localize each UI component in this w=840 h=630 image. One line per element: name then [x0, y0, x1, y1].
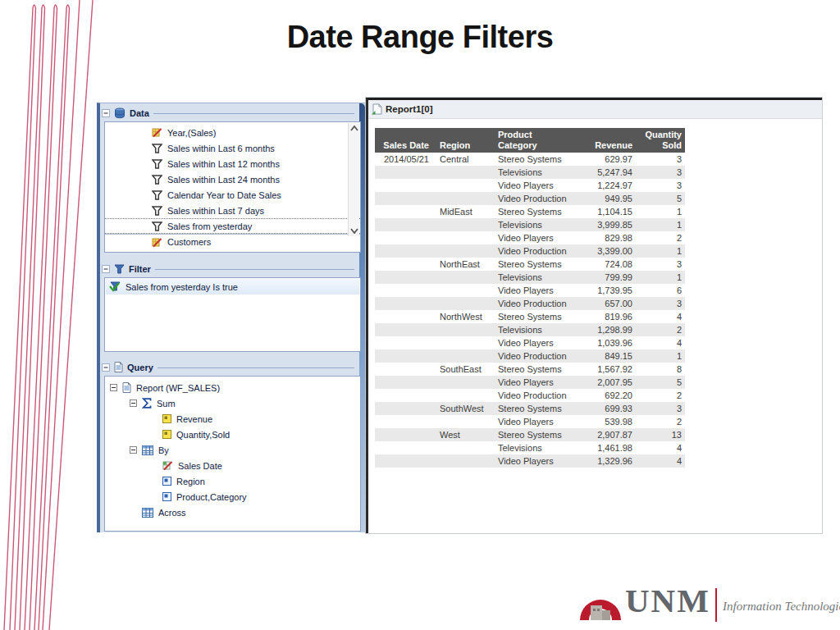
- table-cell: [432, 244, 493, 258]
- table-cell: [432, 415, 493, 428]
- scroll-up-icon[interactable]: [350, 126, 358, 131]
- query-tree-item[interactable]: Across: [105, 504, 360, 520]
- table-cell: [375, 205, 432, 218]
- table-cell: Video Production: [493, 192, 585, 205]
- table-cell: [375, 284, 432, 297]
- query-tree-item[interactable]: Product,Category: [105, 489, 360, 504]
- dimension-gold-icon: [152, 127, 162, 138]
- table-cell: 5,247.94: [585, 166, 636, 179]
- table-cell: [375, 323, 432, 336]
- calendar-pencil-icon: [162, 460, 173, 471]
- table-cell: [375, 179, 432, 192]
- report-icon: [114, 362, 123, 372]
- table-cell: MidEast: [432, 205, 493, 218]
- funnel-check-icon: [109, 281, 121, 292]
- measure-icon: [162, 414, 171, 423]
- table-row: Video Players2,007.955: [375, 376, 685, 389]
- data-field-item[interactable]: Sales within Last 12 months: [105, 156, 360, 171]
- scrollbar[interactable]: [348, 123, 359, 236]
- expander-minus-icon[interactable]: [130, 399, 137, 407]
- table-cell: [375, 218, 432, 231]
- table-cell: 1: [636, 244, 685, 258]
- table-row: NorthEastStereo Systems724.083: [375, 258, 685, 271]
- table-cell: 1: [636, 205, 685, 218]
- funnel-icon: [152, 190, 162, 200]
- table-row: Televisions3,999.851: [375, 218, 685, 231]
- sigma-icon: [142, 398, 152, 409]
- table-row: Video Players1,739.956: [375, 284, 685, 297]
- filter-condition-item[interactable]: Sales from yesterday Is true: [106, 279, 359, 294]
- table-cell: [432, 297, 493, 310]
- report-tab[interactable]: Report1[0]: [386, 104, 433, 114]
- query-tree-item[interactable]: Quantity,Sold: [105, 427, 360, 442]
- data-field-item[interactable]: Sales within Last 24 months: [105, 171, 360, 187]
- table-cell: [432, 218, 493, 231]
- table-row: Televisions5,247.943: [375, 166, 685, 179]
- table-cell: Stereo Systems: [493, 258, 585, 271]
- filter-section-label: Filter: [129, 264, 151, 274]
- query-tree-item[interactable]: Revenue: [105, 411, 360, 427]
- data-field-label: Year,(Sales): [167, 128, 217, 138]
- table-cell: [375, 428, 432, 441]
- table-cell: 3: [636, 297, 685, 310]
- table-row: Video Players539.982: [375, 415, 685, 428]
- table-cell: 2: [636, 389, 685, 402]
- table-row: Video Production3,399.001: [375, 244, 685, 258]
- table-row: Televisions1,298.992: [375, 323, 685, 336]
- scroll-down-icon[interactable]: [350, 228, 358, 234]
- collapse-minus-icon[interactable]: [102, 363, 110, 372]
- table-cell: 2014/05/21: [375, 153, 432, 166]
- query-tree-label: Region: [176, 477, 205, 486]
- table-cell: 2: [636, 323, 685, 336]
- query-tree-label: Sum: [157, 399, 176, 409]
- table-cell: 539.98: [585, 415, 636, 428]
- table-cell: 13: [636, 428, 685, 441]
- table-cell: Stereo Systems: [493, 310, 585, 323]
- table-cell: Video Players: [493, 415, 585, 428]
- report-preview-panel: Report1[0] Sales DateRegionProduct Categ…: [366, 98, 822, 533]
- query-tree-label: Report (WF_SALES): [136, 383, 220, 393]
- table-cell: [375, 349, 432, 363]
- table-cell: [375, 336, 432, 349]
- table-cell: [432, 389, 493, 402]
- data-field-item[interactable]: Customers: [105, 234, 360, 249]
- table-row: Video Players1,224.973: [375, 179, 685, 192]
- data-field-item[interactable]: Sales from yesterday: [105, 218, 360, 234]
- table-row: Video Production949.955: [375, 192, 685, 205]
- collapse-minus-icon[interactable]: [102, 109, 110, 117]
- table-cell: 1,461.98: [585, 441, 636, 454]
- table-cell: 3: [636, 258, 685, 271]
- table-cell: [375, 258, 432, 271]
- data-field-item[interactable]: Calendar Year to Date Sales: [105, 187, 360, 203]
- expander-minus-icon[interactable]: [110, 384, 117, 391]
- query-tree-label: Revenue: [176, 414, 212, 424]
- report-icon: [122, 382, 131, 393]
- expander-minus-icon[interactable]: [130, 446, 137, 454]
- query-tree-item[interactable]: By: [105, 442, 360, 458]
- table-cell: Stereo Systems: [493, 153, 585, 166]
- collapse-minus-icon[interactable]: [102, 265, 110, 273]
- data-field-label: Calendar Year to Date Sales: [167, 190, 281, 200]
- table-cell: 819.96: [585, 310, 636, 323]
- query-tree-item[interactable]: Report (WF_SALES): [105, 380, 360, 395]
- query-tree-item[interactable]: Sales Date: [105, 458, 360, 473]
- data-field-label: Sales within Last 24 months: [167, 175, 280, 185]
- table-cell: [375, 166, 432, 179]
- table-cell: 1,039.96: [585, 336, 636, 349]
- data-field-item[interactable]: Sales within Last 6 months: [105, 140, 360, 156]
- table-cell: 724.08: [585, 258, 636, 271]
- data-field-item[interactable]: Year,(Sales): [105, 125, 360, 140]
- query-tree-item[interactable]: Region: [105, 473, 360, 489]
- table-cell: [375, 415, 432, 428]
- report-tab-icon: [371, 103, 382, 115]
- table-cell: 657.00: [585, 297, 636, 310]
- table-cell: 8: [636, 363, 685, 376]
- dimension-gold-icon: [152, 237, 162, 248]
- query-tree-item[interactable]: Sum: [105, 395, 360, 411]
- data-field-item[interactable]: Sales within Last 7 days: [105, 203, 360, 218]
- table-cell: 829.98: [585, 231, 636, 244]
- section-rule: [158, 368, 354, 368]
- logo-department-text: Information Technologies: [723, 600, 840, 614]
- table-cell: NorthWest: [432, 310, 493, 323]
- table-cell: 3,999.85: [585, 218, 636, 231]
